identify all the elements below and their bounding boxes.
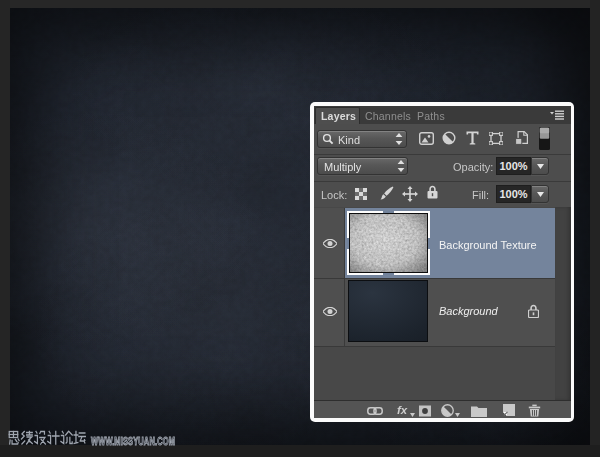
svg-text:WWW.MISSYUAN.COM: WWW.MISSYUAN.COM <box>91 436 175 447</box>
